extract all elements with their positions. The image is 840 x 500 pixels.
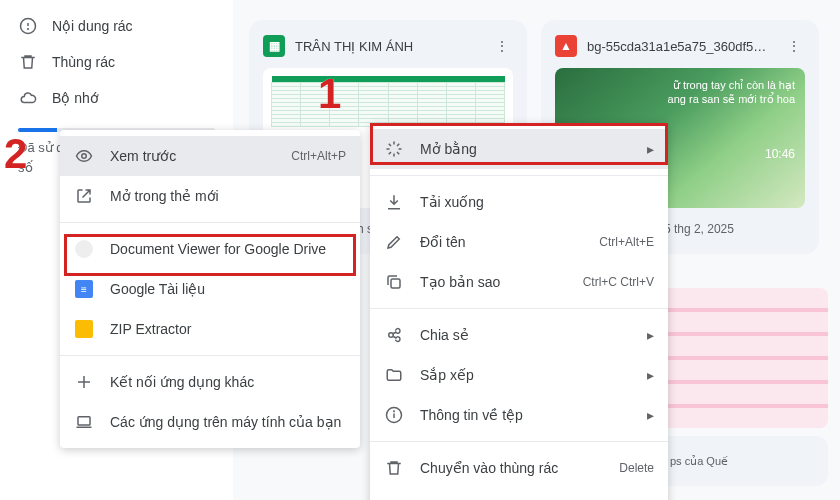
menu-app-zip-extractor[interactable]: ZIP Extractor: [60, 309, 360, 349]
chevron-right-icon: ▸: [647, 407, 654, 423]
trash-icon: [18, 52, 38, 72]
card-title: bg-55cda31a1e5a75_360df523e040…: [587, 39, 773, 54]
sheets-icon: ▦: [263, 35, 285, 57]
chevron-right-icon: ▸: [647, 327, 654, 343]
menu-divider: [60, 222, 360, 223]
nav-label: Nội dung rác: [52, 18, 133, 34]
card-title: TRẦN THỊ KIM ÁNH: [295, 39, 481, 54]
svg-point-7: [394, 411, 395, 412]
nav-storage[interactable]: Bộ nhớ: [0, 80, 233, 116]
menu-rename[interactable]: Đổi tên Ctrl+Alt+E: [370, 222, 668, 262]
svg-point-2: [28, 29, 29, 30]
svg-point-4: [389, 333, 394, 338]
external-link-icon: [74, 186, 94, 206]
menu-preview[interactable]: Xem trước Ctrl+Alt+P: [60, 136, 360, 176]
open-with-icon: [384, 139, 404, 159]
menu-share[interactable]: Chia sẻ ▸: [370, 315, 668, 355]
cloud-icon: [18, 88, 38, 108]
eye-icon: [74, 146, 94, 166]
menu-open-new-tab[interactable]: Mở trong thẻ mới: [60, 176, 360, 216]
nav-label: Bộ nhớ: [52, 90, 99, 106]
info-icon: [384, 405, 404, 425]
card-menu-button[interactable]: ⋮: [783, 34, 805, 58]
menu-divider: [370, 175, 668, 176]
menu-download[interactable]: Tải xuống: [370, 182, 668, 222]
share-icon: [384, 325, 404, 345]
zip-icon: [74, 319, 94, 339]
trash-icon: [384, 458, 404, 478]
menu-connect-more-apps[interactable]: Kết nối ứng dụng khác: [60, 362, 360, 402]
nav-trash[interactable]: Thùng rác: [0, 44, 233, 80]
folder-icon: [384, 365, 404, 385]
context-menu-primary: Mở bằng ▸ Tải xuống Đổi tên Ctrl+Alt+E T…: [370, 123, 668, 500]
chevron-right-icon: ▸: [647, 141, 654, 157]
card-menu-button[interactable]: ⋮: [491, 34, 513, 58]
menu-organize[interactable]: Sắp xếp ▸: [370, 355, 668, 395]
menu-app-document-viewer[interactable]: Document Viewer for Google Drive: [60, 229, 360, 269]
docs-icon: ≡: [74, 279, 94, 299]
menu-open-with[interactable]: Mở bằng ▸: [370, 129, 668, 169]
pencil-icon: [384, 232, 404, 252]
menu-file-info[interactable]: Thông tin về tệp ▸: [370, 395, 668, 435]
copy-icon: [384, 272, 404, 292]
nav-spam[interactable]: Nội dung rác: [0, 8, 233, 44]
menu-desktop-apps[interactable]: Các ứng dụng trên máy tính của bạn: [60, 402, 360, 442]
nav-label: Thùng rác: [52, 54, 115, 70]
svg-rect-3: [391, 279, 400, 288]
laptop-icon: [74, 412, 94, 432]
menu-not-helpful[interactable]: Không phải mục đề xuất hữu ích: [370, 488, 668, 500]
svg-rect-9: [78, 417, 90, 425]
menu-app-google-docs[interactable]: ≡ Google Tài liệu: [60, 269, 360, 309]
menu-divider: [60, 355, 360, 356]
menu-copy[interactable]: Tạo bản sao Ctrl+C Ctrl+V: [370, 262, 668, 302]
menu-divider: [370, 441, 668, 442]
menu-move-to-trash[interactable]: Chuyển vào thùng rác Delete: [370, 448, 668, 488]
context-menu-open-with: Xem trước Ctrl+Alt+P Mở trong thẻ mới Do…: [60, 130, 360, 448]
menu-divider: [370, 308, 668, 309]
image-icon: ▲: [555, 35, 577, 57]
svg-point-8: [82, 154, 87, 159]
chevron-right-icon: ▸: [647, 367, 654, 383]
info-icon: [18, 16, 38, 36]
download-icon: [384, 192, 404, 212]
app-icon: [74, 239, 94, 259]
plus-icon: [74, 372, 94, 392]
